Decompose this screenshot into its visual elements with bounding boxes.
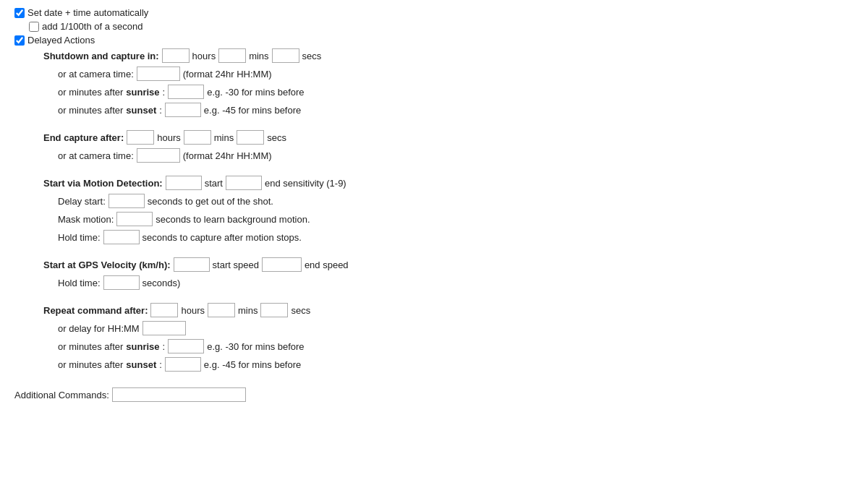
delayed-actions-checkbox[interactable]	[14, 35, 25, 46]
gps-end-speed-label: end speed	[305, 260, 349, 270]
repeat-secs-input[interactable]	[260, 303, 288, 317]
shutdown-hours-input[interactable]	[162, 48, 190, 63]
gps-hold-suffix: seconds)	[142, 278, 181, 288]
shutdown-camera-or-label: or at camera time:	[58, 69, 134, 80]
repeat-label: Repeat command after:	[43, 305, 148, 316]
shutdown-sunset-colon: :	[159, 105, 162, 116]
motion-row: Start via Motion Detection: start end se…	[43, 176, 854, 190]
gps-row: Start at GPS Velocity (km/h): start spee…	[43, 257, 854, 272]
add-hundredth-row: add 1/100th of a second	[29, 21, 854, 32]
gps-end-speed-input[interactable]	[262, 257, 302, 272]
gps-hold-row: Hold time: seconds)	[58, 275, 854, 290]
shutdown-sunrise-or-label: or minutes after	[58, 87, 123, 98]
motion-mask-suffix: seconds to learn background motion.	[156, 214, 310, 225]
motion-hold-suffix: seconds to capture after motion stops.	[142, 232, 302, 243]
repeat-hours-input[interactable]	[150, 303, 178, 317]
motion-hold-row: Hold time: seconds to capture after moti…	[58, 230, 854, 244]
end-capture-camera-or-label: or at camera time:	[58, 150, 134, 161]
motion-mask-row: Mask motion: seconds to learn background…	[58, 212, 854, 226]
set-date-time-row: Set date + time automatically	[14, 7, 854, 18]
motion-end-input[interactable]	[226, 176, 262, 190]
repeat-delay-row: or delay for HH:MM	[58, 321, 854, 335]
gps-start-speed-label: start speed	[213, 260, 259, 270]
gps-hold-label: Hold time:	[58, 278, 101, 288]
set-date-time-label: Set date + time automatically	[27, 7, 148, 18]
shutdown-mins-label: mins	[249, 51, 268, 61]
set-date-time-checkbox[interactable]	[14, 8, 25, 18]
repeat-hours-label: hours	[181, 305, 205, 316]
repeat-sunset-colon: :	[159, 359, 162, 370]
end-capture-secs-input[interactable]	[237, 130, 264, 145]
repeat-sunrise-row: or minutes after sunrise: e.g. -30 for m…	[58, 339, 854, 353]
shutdown-camera-format: (format 24hr HH:MM)	[183, 69, 272, 80]
motion-mask-label: Mask motion:	[58, 214, 114, 225]
shutdown-mins-input[interactable]	[218, 48, 246, 63]
repeat-sunset-row: or minutes after sunset: e.g. -45 for mi…	[58, 357, 854, 372]
end-capture-hours-label: hours	[157, 132, 181, 143]
end-capture-secs-label: secs	[267, 132, 286, 143]
motion-delay-start-input[interactable]	[109, 194, 145, 208]
repeat-delay-or-label: or delay for HH:MM	[58, 323, 140, 334]
repeat-sunrise-hint: e.g. -30 for mins before	[207, 341, 304, 352]
repeat-sunrise-or-label: or minutes after	[58, 341, 123, 352]
end-capture-camera-input[interactable]	[137, 148, 180, 163]
gps-hold-input[interactable]	[103, 275, 140, 290]
shutdown-row: Shutdown and capture in: hours mins secs	[43, 48, 854, 63]
repeat-sunset-hint: e.g. -45 for mins before	[204, 359, 301, 370]
repeat-mins-input[interactable]	[208, 303, 235, 317]
repeat-sunset-bold: sunset	[126, 359, 156, 370]
shutdown-sunset-or-label: or minutes after	[58, 105, 123, 116]
additional-commands-input[interactable]	[112, 387, 246, 402]
motion-start-label: start	[205, 178, 223, 189]
motion-delay-start-label: Delay start:	[58, 196, 106, 207]
additional-commands-row: Additional Commands:	[14, 387, 854, 402]
end-capture-hours-input[interactable]	[127, 130, 154, 145]
repeat-row: Repeat command after: hours mins secs	[43, 303, 854, 317]
motion-end-label: end sensitivity (1-9)	[265, 178, 346, 189]
delayed-actions-row: Delayed Actions	[14, 35, 854, 46]
shutdown-secs-input[interactable]	[272, 48, 299, 63]
shutdown-sunrise-colon: :	[163, 87, 166, 98]
repeat-secs-label: secs	[291, 305, 310, 316]
repeat-sunset-input[interactable]	[165, 357, 201, 372]
motion-delay-start-row: Delay start: seconds to get out of the s…	[58, 194, 854, 208]
motion-mask-input[interactable]	[116, 212, 153, 226]
shutdown-sunrise-input[interactable]	[168, 85, 204, 99]
gps-label: Start at GPS Velocity (km/h):	[43, 260, 171, 270]
shutdown-section: Shutdown and capture in: hours mins secs…	[43, 48, 854, 372]
motion-delay-start-suffix: seconds to get out of the shot.	[148, 196, 273, 207]
additional-commands-label: Additional Commands:	[14, 390, 109, 400]
shutdown-sunrise-hint: e.g. -30 for mins before	[207, 87, 304, 98]
repeat-sunrise-colon: :	[163, 341, 166, 352]
end-capture-mins-label: mins	[214, 132, 234, 143]
shutdown-sunset-bold: sunset	[126, 105, 156, 116]
motion-hold-input[interactable]	[103, 230, 140, 244]
shutdown-sunset-row: or minutes after sunset: e.g. -45 for mi…	[58, 103, 854, 117]
shutdown-camera-row: or at camera time: (format 24hr HH:MM)	[58, 67, 854, 81]
shutdown-sunset-input[interactable]	[165, 103, 201, 117]
shutdown-camera-input[interactable]	[137, 67, 180, 81]
shutdown-hours-label: hours	[192, 51, 216, 61]
shutdown-sunrise-bold: sunrise	[126, 87, 159, 98]
repeat-mins-label: mins	[238, 305, 258, 316]
motion-hold-label: Hold time:	[58, 232, 101, 243]
add-hundredth-label: add 1/100th of a second	[42, 21, 143, 32]
end-capture-camera-format: (format 24hr HH:MM)	[183, 150, 272, 161]
motion-label: Start via Motion Detection:	[43, 178, 163, 189]
delayed-actions-label: Delayed Actions	[27, 35, 95, 46]
repeat-sunrise-input[interactable]	[168, 339, 204, 353]
repeat-sunrise-bold: sunrise	[126, 341, 159, 352]
end-capture-camera-row: or at camera time: (format 24hr HH:MM)	[58, 148, 854, 163]
shutdown-label: Shutdown and capture in:	[43, 51, 159, 61]
end-capture-label: End capture after:	[43, 132, 124, 143]
shutdown-sunset-hint: e.g. -45 for mins before	[204, 105, 301, 116]
gps-start-speed-input[interactable]	[174, 257, 210, 272]
motion-start-input[interactable]	[166, 176, 202, 190]
end-capture-mins-input[interactable]	[184, 130, 211, 145]
end-capture-row: End capture after: hours mins secs	[43, 130, 854, 145]
add-hundredth-checkbox[interactable]	[29, 22, 39, 32]
repeat-sunset-or-label: or minutes after	[58, 359, 123, 370]
repeat-delay-input[interactable]	[142, 321, 186, 335]
shutdown-secs-label: secs	[302, 51, 322, 61]
shutdown-sunrise-row: or minutes after sunrise: e.g. -30 for m…	[58, 85, 854, 99]
